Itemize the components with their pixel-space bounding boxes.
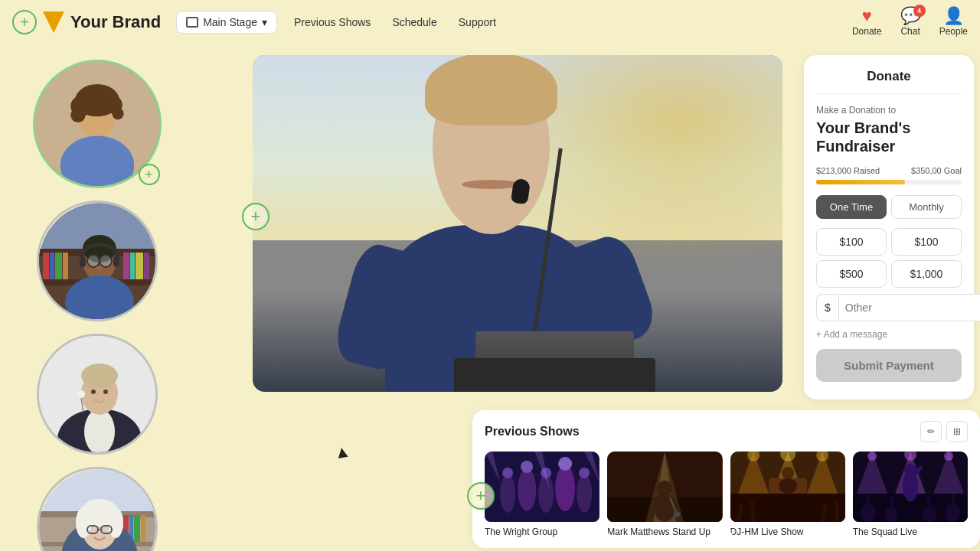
svg-rect-19 — [130, 253, 135, 279]
svg-point-66 — [579, 468, 590, 478]
people-action[interactable]: 👤 People — [939, 8, 968, 37]
amount-500[interactable]: $500 — [816, 260, 887, 288]
show-thumb-3 — [853, 452, 968, 522]
show-1-thumbnail — [607, 452, 722, 522]
chat-badge: 4 — [913, 5, 926, 17]
nav-previous-shows[interactable]: Previous Shows — [283, 11, 381, 33]
donate-panel: Donate Make a Donation to Your Brand's F… — [804, 55, 974, 399]
show-card-1[interactable]: Mark Matthews Stand Up — [607, 452, 722, 537]
show-thumb-1 — [607, 452, 722, 522]
donate-label: Donate — [852, 26, 882, 37]
previous-shows-header: Previous Shows ✏ ⊞ — [485, 421, 968, 442]
svg-point-107 — [923, 507, 936, 522]
previous-shows-title: Previous Shows — [485, 425, 580, 439]
donation-type-toggle: One Time Monthly — [816, 195, 962, 219]
progress-bar-fill — [816, 180, 905, 184]
avatar-4[interactable] — [37, 467, 158, 551]
avatar-container-1: + — [33, 60, 163, 188]
raised-amount: $213,000 Raised — [816, 166, 880, 175]
amount-100-right[interactable]: $100 — [891, 228, 962, 256]
svg-line-91 — [752, 501, 753, 522]
left-sidebar: + — [0, 44, 195, 551]
chat-action[interactable]: 💬 4 Chat — [900, 8, 921, 37]
svg-point-28 — [100, 255, 112, 267]
svg-point-8 — [70, 108, 85, 122]
svg-point-75 — [657, 481, 672, 496]
grid-control-button[interactable]: ⊞ — [946, 421, 968, 442]
one-time-toggle[interactable]: One Time — [816, 195, 887, 219]
svg-point-80 — [691, 512, 700, 521]
main-stage-button[interactable]: Main Stage ▾ — [176, 11, 277, 34]
svg-point-36 — [77, 390, 85, 398]
show-title-3: The Squad Live — [853, 527, 968, 537]
donate-fundraiser-name: Your Brand's Fundraiser — [816, 119, 962, 155]
svg-point-106 — [884, 507, 898, 522]
svg-point-115 — [944, 452, 953, 461]
nav-support[interactable]: Support — [448, 11, 507, 33]
show-2-thumbnail — [730, 452, 845, 522]
avatar-2[interactable] — [37, 201, 158, 321]
brand-name: Your Brand — [70, 12, 161, 32]
svg-point-88 — [782, 467, 794, 479]
svg-line-112 — [952, 494, 954, 504]
avatar-1-add-button[interactable]: + — [139, 164, 160, 185]
avatar-container-2 — [37, 201, 159, 321]
submit-payment-button[interactable]: Submit Payment — [816, 349, 962, 382]
svg-rect-47 — [141, 515, 145, 542]
nav-add-button[interactable]: + — [12, 10, 37, 34]
video-background — [253, 55, 782, 392]
svg-line-109 — [867, 494, 868, 504]
cursor: ▲ — [332, 441, 352, 463]
svg-point-58 — [518, 468, 536, 511]
svg-rect-26 — [113, 256, 119, 267]
svg-rect-15 — [50, 253, 54, 279]
svg-point-79 — [630, 514, 638, 522]
show-thumb-0 — [485, 452, 599, 522]
video-player[interactable] — [253, 55, 782, 392]
svg-point-105 — [861, 504, 876, 522]
show-card-0[interactable]: The Wright Group — [485, 452, 599, 537]
other-amount-row: $ — [816, 294, 962, 321]
svg-point-39 — [103, 390, 108, 394]
avatar-3[interactable] — [37, 334, 158, 455]
svg-point-38 — [91, 390, 96, 394]
shows-grid: The Wright Group — [485, 452, 968, 537]
svg-rect-18 — [123, 253, 129, 279]
svg-point-65 — [558, 457, 572, 471]
left-add-button[interactable]: + — [242, 203, 270, 230]
avatar-3-image — [39, 336, 158, 455]
donate-action[interactable]: ♥ Donate — [852, 8, 882, 37]
svg-point-7 — [97, 89, 112, 103]
nav-schedule[interactable]: Schedule — [381, 11, 447, 33]
svg-line-110 — [891, 496, 893, 507]
svg-rect-16 — [55, 253, 62, 279]
svg-point-89 — [779, 478, 797, 494]
edit-control-button[interactable]: ✏ — [920, 421, 942, 442]
stage-icon — [186, 17, 198, 28]
chat-icon: 💬 4 — [900, 8, 921, 24]
svg-rect-14 — [43, 253, 49, 279]
bottom-add-button[interactable]: + — [467, 482, 495, 510]
other-amount-input[interactable] — [838, 294, 980, 321]
previous-shows-panel: Previous Shows ✏ ⊞ — [472, 410, 980, 548]
show-title-2: DJ-HM Live Show — [730, 527, 845, 537]
svg-rect-25 — [80, 256, 86, 267]
show-card-3[interactable]: The Squad Live — [853, 452, 968, 537]
goal-amount: $350,00 Goal — [911, 166, 962, 175]
monthly-toggle[interactable]: Monthly — [891, 195, 962, 219]
avatar-2-image — [39, 203, 158, 321]
amount-1000[interactable]: $1,000 — [891, 260, 962, 288]
show-card-2[interactable]: DJ-HM Live Show — [730, 452, 845, 537]
show-thumb-2 — [730, 452, 845, 522]
svg-point-27 — [87, 255, 100, 267]
svg-point-35 — [81, 364, 118, 388]
svg-point-77 — [674, 511, 680, 517]
stage-label: Main Stage — [203, 16, 257, 28]
add-message-link[interactable]: + Add a message — [816, 329, 962, 340]
progress-bar-bg — [816, 180, 962, 184]
svg-point-62 — [502, 468, 513, 478]
svg-point-9 — [112, 108, 123, 119]
amount-100-left[interactable]: $100 — [816, 228, 887, 256]
svg-line-93 — [836, 501, 838, 522]
heart-icon: ♥ — [862, 8, 872, 24]
